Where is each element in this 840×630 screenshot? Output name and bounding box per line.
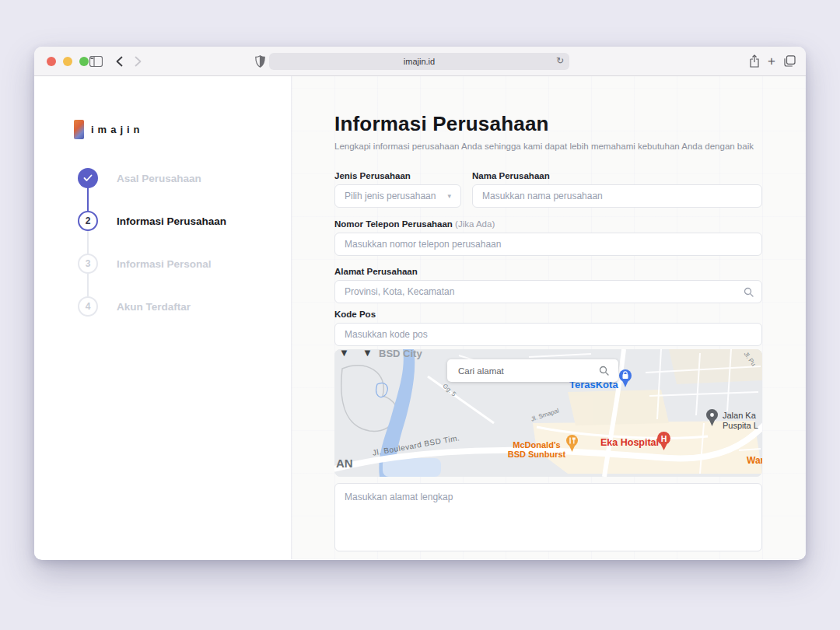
page-subtitle: Lengkapi informasi perusahaan Anda sehin…: [334, 142, 762, 151]
google-map[interactable]: ▼ ▼ BSD City Gg. 5 Jl. Pu Jl. Smapal Ter…: [334, 349, 762, 477]
step-asal-perusahaan[interactable]: Asal Perusahaan: [78, 168, 226, 188]
check-icon: [78, 168, 98, 188]
alamat-input[interactable]: [334, 280, 762, 303]
jalan-ka-puspita-pin[interactable]: [705, 409, 719, 428]
jenis-perusahaan-label: Jenis Perusahaan: [334, 171, 461, 180]
step-label: Informasi Perusahaan: [117, 215, 226, 227]
browser-window: imajin.id ↻ + imajin: [34, 47, 806, 560]
map-marker-triangle-icon: ▼: [362, 349, 373, 359]
telepon-input[interactable]: [334, 233, 762, 256]
step-label: Akun Terdaftar: [117, 301, 191, 313]
back-button[interactable]: [112, 54, 126, 68]
tab-overview-icon[interactable]: [783, 54, 796, 68]
step-number: 2: [78, 211, 98, 231]
imajin-logo-text: imajin: [91, 124, 144, 135]
share-icon[interactable]: [747, 54, 761, 68]
step-number: 4: [78, 296, 98, 317]
telepon-label-hint: (Jika Ada): [455, 219, 495, 229]
imajin-logo-icon: [74, 120, 84, 139]
search-icon[interactable]: [599, 366, 618, 376]
map-search-box[interactable]: [447, 359, 618, 382]
step-number: 3: [78, 254, 98, 274]
close-window-button[interactable]: [47, 57, 56, 66]
step-connector: [87, 272, 89, 296]
url-text: imajin.id: [404, 57, 435, 66]
select-placeholder: Pilih jenis perusahaan: [345, 191, 436, 201]
map-label-eka-hospital: Eka Hospital: [600, 437, 659, 448]
stepper-sidebar: imajin Asal Perusahaan 2 Informasi Perus…: [34, 76, 292, 559]
minimize-window-button[interactable]: [63, 57, 72, 66]
eka-hospital-pin[interactable]: H: [656, 432, 670, 450]
map-label-bsd-city: BSD City: [379, 349, 422, 359]
sidebar-toggle-icon[interactable]: [89, 54, 103, 68]
step-akun-terdaftar[interactable]: 4 Akun Terdaftar: [78, 296, 226, 317]
svg-text:H: H: [661, 434, 667, 443]
telepon-label: Nomor Telepon Perusahaan (Jika Ada): [334, 219, 762, 229]
nama-perusahaan-label: Nama Perusahaan: [472, 171, 762, 180]
form-main-area: Informasi Perusahaan Lengkapi informasi …: [292, 76, 806, 559]
teraskota-mall-pin[interactable]: [618, 369, 632, 388]
step-label: Asal Perusahaan: [117, 173, 201, 184]
address-bar[interactable]: imajin.id ↻: [269, 53, 569, 70]
map-label-jalan-ka-puspita: Jalan Ka Puspita L: [723, 411, 758, 431]
jenis-perusahaan-select[interactable]: Pilih jenis perusahaan ▾: [334, 184, 461, 208]
step-informasi-personal[interactable]: 3 Informasi Personal: [78, 254, 226, 274]
mcdonalds-restaurant-pin[interactable]: [565, 435, 579, 453]
map-label-mcdonalds: McDonald's BSD Sunburst: [499, 440, 574, 459]
step-connector: [87, 229, 89, 254]
step-label: Informasi Personal: [117, 258, 212, 270]
search-icon: [744, 286, 754, 300]
alamat-label: Alamat Perusahaan: [334, 267, 762, 276]
kode-pos-label: Kode Pos: [334, 310, 762, 319]
map-search-input[interactable]: [447, 366, 599, 376]
map-label-an: AN: [336, 457, 353, 470]
page-title: Informasi Perusahaan: [334, 112, 762, 136]
chevron-down-icon: ▾: [447, 192, 451, 200]
zoom-window-button[interactable]: [79, 57, 89, 66]
map-label-war: War: [747, 455, 762, 466]
step-connector: [87, 187, 89, 211]
registration-stepper: Asal Perusahaan 2 Informasi Perusahaan 3…: [78, 168, 226, 317]
map-marker-triangle-icon: ▼: [339, 349, 349, 359]
imajin-logo: imajin: [74, 120, 144, 139]
kode-pos-input[interactable]: [334, 323, 762, 346]
reload-icon[interactable]: ↻: [556, 55, 564, 66]
step-informasi-perusahaan[interactable]: 2 Informasi Perusahaan: [78, 211, 226, 231]
alamat-lengkap-textarea[interactable]: [334, 483, 762, 551]
browser-toolbar: imajin.id ↻ +: [34, 47, 806, 76]
privacy-shield-icon[interactable]: [254, 54, 266, 68]
new-tab-icon[interactable]: +: [765, 54, 778, 68]
nama-perusahaan-input[interactable]: [472, 184, 762, 208]
forward-button[interactable]: [131, 54, 145, 68]
